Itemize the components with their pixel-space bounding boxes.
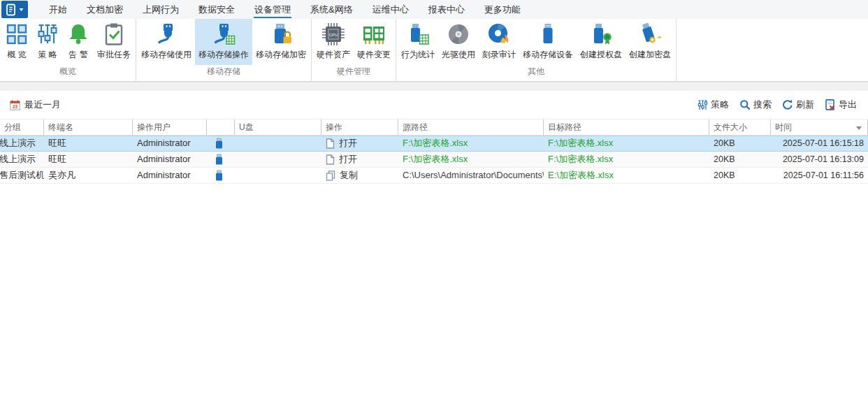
col-header-time[interactable]: 时间 bbox=[771, 119, 868, 135]
hardware-changes-button[interactable]: 硬件变更 bbox=[354, 19, 394, 65]
policy-button[interactable]: 策 略 bbox=[32, 19, 63, 65]
cell-file-size: 20KB bbox=[709, 168, 771, 183]
table-row[interactable]: 线上演示 旺旺 Administrator 打开 F:\加密表格.xlsx F:… bbox=[0, 136, 868, 152]
table-row[interactable]: 线上演示 旺旺 Administrator 打开 F:\加密表格.xlsx F:… bbox=[0, 152, 868, 168]
ribbon-button-label: 创建授权盘 bbox=[580, 49, 622, 61]
export-button[interactable]: 导出 bbox=[825, 99, 857, 111]
cell-usb bbox=[207, 136, 235, 151]
policy-sliders-icon bbox=[36, 22, 59, 46]
usb-plug-table-icon bbox=[212, 22, 236, 46]
cell-action: 打开 bbox=[321, 136, 398, 151]
burn-audit-button[interactable]: 刻录审计 bbox=[479, 19, 519, 65]
search-icon bbox=[739, 99, 751, 110]
ribbon-button-label: 概 览 bbox=[7, 49, 26, 61]
cell-file-size: 20KB bbox=[709, 152, 771, 167]
ribbon-button-label: 刻录审计 bbox=[482, 49, 516, 61]
usb-table-icon bbox=[406, 22, 430, 46]
col-header-usb-icon[interactable] bbox=[207, 119, 235, 135]
tab-report-center[interactable]: 报表中心 bbox=[419, 0, 475, 19]
removable-storage-encrypt-button[interactable]: 移动存储加密 bbox=[252, 19, 310, 65]
tab-web-behavior[interactable]: 上网行为 bbox=[133, 0, 189, 19]
cell-time: 2025-07-01 16:13:09 bbox=[771, 152, 868, 167]
create-encrypted-disk-button[interactable]: 创建加密盘 bbox=[625, 19, 674, 65]
col-header-target-path[interactable]: 目标路径 bbox=[544, 119, 709, 135]
cell-udisk bbox=[235, 152, 321, 167]
table-row[interactable]: 售后测试机 吴亦凡 Administrator 复制 C:\Users\Admi… bbox=[0, 168, 868, 184]
table-header: 分组 终端名 操作用户 U盘 操作 源路径 目标路径 文件大小 时间 bbox=[0, 119, 868, 136]
cell-source-path: F:\加密表格.xlsx bbox=[398, 136, 544, 151]
target-path-text: F:\加密表格.xlsx bbox=[548, 138, 613, 148]
ribbon-button-label: 行为统计 bbox=[401, 49, 435, 61]
svg-text:23: 23 bbox=[13, 104, 18, 109]
cell-terminal: 吴亦凡 bbox=[44, 168, 133, 183]
cpu-icon: CPU bbox=[321, 22, 345, 46]
approval-clipboard-icon bbox=[102, 22, 126, 46]
source-path-text: F:\加密表格.xlsx bbox=[403, 154, 468, 164]
col-header-user[interactable]: 操作用户 bbox=[133, 119, 207, 135]
date-range-filter[interactable]: 23 最近一月 bbox=[10, 99, 61, 111]
refresh-button[interactable]: 刷新 bbox=[782, 99, 814, 111]
cell-target-path: F:\加密表格.xlsx bbox=[544, 136, 709, 151]
col-header-file-size[interactable]: 文件大小 bbox=[709, 119, 771, 135]
hardware-assets-button[interactable]: CPU 硬件资产 bbox=[313, 19, 354, 65]
ribbon-group-label: 其他 bbox=[398, 65, 674, 81]
col-header-group[interactable]: 分组 bbox=[0, 119, 44, 135]
policy-sliders-small-icon bbox=[697, 100, 708, 110]
cell-file-size: 20KB bbox=[709, 136, 771, 151]
tab-system-network[interactable]: 系统&网络 bbox=[301, 0, 363, 19]
approval-tasks-button[interactable]: 审批任务 bbox=[94, 19, 134, 65]
ribbon-bottom-band bbox=[0, 82, 868, 91]
tab-ops-center[interactable]: 运维中心 bbox=[363, 0, 419, 19]
ribbon-button-label: 审批任务 bbox=[97, 49, 131, 61]
file-open-icon bbox=[326, 154, 335, 165]
tab-data-security[interactable]: 数据安全 bbox=[189, 0, 245, 19]
cell-group: 线上演示 bbox=[0, 136, 44, 151]
removable-storage-devices-button[interactable]: 移动存储设备 bbox=[519, 19, 577, 65]
cell-user: Administrator bbox=[133, 168, 207, 183]
col-header-action[interactable]: 操作 bbox=[321, 119, 398, 135]
disc-burn-icon bbox=[487, 22, 511, 46]
cell-action: 打开 bbox=[321, 152, 398, 167]
cell-usb bbox=[207, 168, 235, 183]
usb-lock-icon bbox=[269, 22, 293, 46]
app-menu-icon bbox=[6, 3, 17, 16]
ribbon-button-label: 硬件资产 bbox=[317, 49, 350, 61]
col-header-source-path[interactable]: 源路径 bbox=[398, 119, 544, 135]
policy-filter-button[interactable]: 策略 bbox=[697, 99, 729, 111]
ribbon: 概 览 策 略 bbox=[0, 19, 868, 82]
create-authorized-disk-button[interactable]: 创建授权盘 bbox=[577, 19, 625, 65]
menu-tabs: 开始 文档加密 上网行为 数据安全 设备管理 系统&网络 运维中心 报表中心 更… bbox=[39, 0, 530, 19]
tab-device-management[interactable]: 设备管理 bbox=[245, 0, 301, 19]
col-header-udisk[interactable]: U盘 bbox=[235, 119, 321, 135]
col-header-terminal[interactable]: 终端名 bbox=[44, 119, 133, 135]
tab-more-features[interactable]: 更多功能 bbox=[475, 0, 530, 19]
action-label: 策略 bbox=[711, 99, 729, 111]
filterbar-actions: 策略 搜索 刷新 导出 bbox=[697, 99, 857, 111]
usb-stick-icon bbox=[215, 138, 224, 149]
removable-storage-usage-button[interactable]: 移动存储使用 bbox=[138, 19, 195, 65]
usb-plug-icon bbox=[154, 22, 178, 46]
cell-source-path: C:\Users\Administrator\Documents\W... bbox=[398, 168, 544, 183]
cell-user: Administrator bbox=[133, 136, 207, 151]
menubar: 开始 文档加密 上网行为 数据安全 设备管理 系统&网络 运维中心 报表中心 更… bbox=[0, 0, 868, 19]
usb-stick-icon bbox=[215, 170, 224, 181]
ribbon-group-label: 硬件管理 bbox=[313, 65, 394, 81]
tab-home[interactable]: 开始 bbox=[39, 0, 77, 19]
search-button[interactable]: 搜索 bbox=[739, 99, 772, 111]
overview-button[interactable]: 概 览 bbox=[1, 19, 32, 65]
file-open-icon bbox=[326, 138, 335, 149]
tab-doc-encryption[interactable]: 文档加密 bbox=[77, 0, 133, 19]
cell-group: 售后测试机 bbox=[0, 168, 44, 183]
cell-time: 2025-07-01 16:11:56 bbox=[771, 168, 868, 183]
app-menu-button[interactable] bbox=[1, 1, 28, 18]
behavior-stats-button[interactable]: 行为统计 bbox=[398, 19, 438, 65]
cell-source-path: F:\加密表格.xlsx bbox=[398, 152, 544, 167]
ribbon-group-hardware: CPU 硬件资产 硬件变更 bbox=[312, 19, 396, 81]
optical-drive-usage-button[interactable]: 光驱使用 bbox=[438, 19, 479, 65]
sort-caret-icon[interactable] bbox=[856, 126, 862, 130]
ribbon-group-label: 概览 bbox=[1, 65, 134, 81]
alert-button[interactable]: 告 警 bbox=[63, 19, 94, 65]
ribbon-group-removable-storage: 移动存储使用 移动存储操作 bbox=[136, 19, 312, 81]
cell-target-path: F:\加密表格.xlsx bbox=[544, 152, 709, 167]
removable-storage-operation-button[interactable]: 移动存储操作 bbox=[195, 19, 252, 65]
